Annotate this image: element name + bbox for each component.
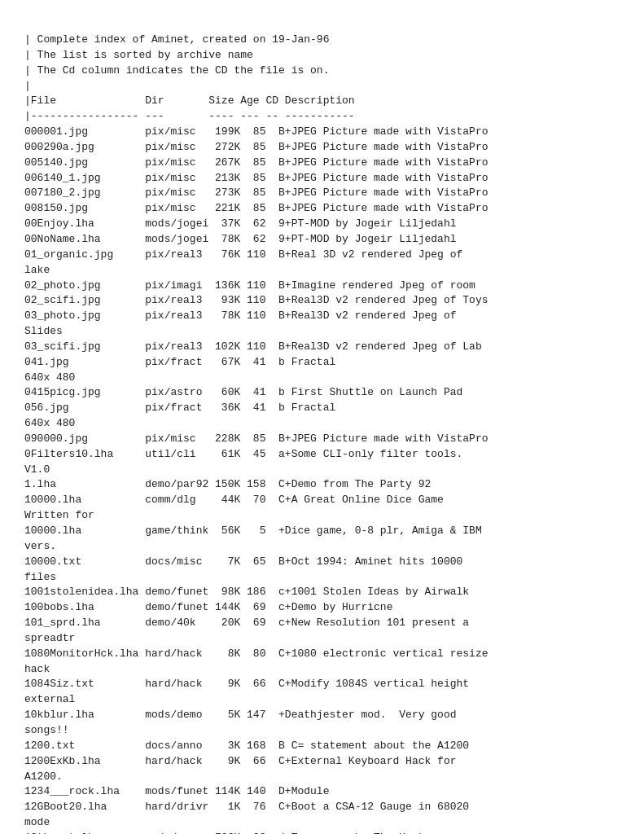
file-listing: | Complete index of Aminet, created on 1… (24, 33, 620, 834)
